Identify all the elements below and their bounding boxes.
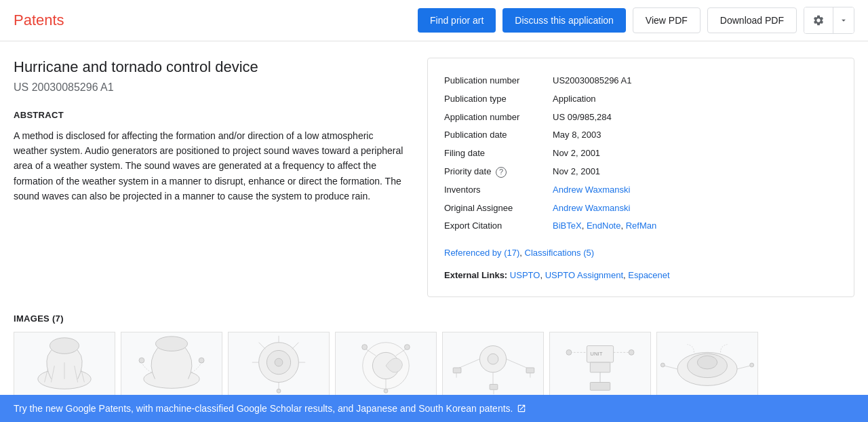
inventor-link[interactable]: Andrew Waxmanski bbox=[553, 185, 630, 195]
publication-number-label: Publication number bbox=[444, 72, 553, 90]
svg-rect-34 bbox=[490, 384, 498, 389]
view-pdf-button[interactable]: View PDF bbox=[633, 7, 701, 33]
bibtex-link[interactable]: BiBTeX bbox=[553, 220, 582, 231]
svg-point-18 bbox=[277, 389, 281, 393]
inventors-value: Andrew Waxmanski bbox=[553, 181, 837, 199]
patent-number: US 20030085296 A1 bbox=[14, 81, 407, 94]
priority-date-row: Priority date ? Nov 2, 2001 bbox=[444, 163, 837, 181]
svg-rect-40 bbox=[590, 382, 610, 390]
publication-number-value: US20030085296 A1 bbox=[553, 72, 837, 90]
chevron-down-icon bbox=[839, 16, 848, 25]
svg-point-23 bbox=[362, 344, 368, 349]
export-citation-value: BiBTeX, EndNote, RefMan bbox=[553, 217, 837, 235]
svg-rect-33 bbox=[526, 368, 534, 373]
publication-type-label: Publication type bbox=[444, 90, 553, 109]
application-number-label: Application number bbox=[444, 109, 553, 127]
uspto-link[interactable]: USPTO bbox=[510, 270, 540, 280]
svg-point-8 bbox=[155, 337, 187, 351]
publication-type-row: Publication type Application bbox=[444, 90, 837, 109]
gear-icon bbox=[812, 14, 825, 26]
inventors-row: Inventors Andrew Waxmanski bbox=[444, 181, 837, 199]
refs-row: Referenced by (17), Classifications (5) bbox=[444, 244, 837, 266]
svg-point-13 bbox=[275, 358, 283, 366]
abstract-text: A method is disclosed for affecting the … bbox=[14, 128, 407, 204]
banner-text: Try the new Google Patents, with machine… bbox=[14, 403, 513, 408]
info-table: Publication number US20030085296 A1 Publ… bbox=[444, 72, 837, 235]
header: Patents Find prior art Discuss this appl… bbox=[0, 0, 868, 41]
patent-title: Hurricane and tornado control device bbox=[14, 58, 407, 77]
image-thumb-6[interactable]: UNIT bbox=[549, 332, 651, 400]
discuss-application-button[interactable]: Discuss this application bbox=[502, 8, 626, 33]
patent-sketch-6: UNIT bbox=[550, 332, 650, 399]
image-thumb-4[interactable] bbox=[335, 332, 437, 400]
publication-date-value: May 8, 2003 bbox=[553, 126, 837, 145]
svg-rect-39 bbox=[590, 362, 610, 372]
patents-logo[interactable]: Patents bbox=[14, 12, 64, 29]
refman-link[interactable]: RefMan bbox=[626, 220, 657, 231]
settings-button[interactable] bbox=[804, 7, 833, 33]
application-number-value: US 09/985,284 bbox=[553, 109, 837, 127]
external-links-row: External Links: USPTO, USPTO Assignment,… bbox=[444, 266, 837, 283]
original-assignee-row: Original Assignee Andrew Waxmanski bbox=[444, 199, 837, 218]
svg-point-43 bbox=[566, 349, 572, 355]
svg-point-25 bbox=[384, 389, 388, 393]
images-section: IMAGES (7) bbox=[0, 297, 868, 400]
patent-sketch-7 bbox=[657, 332, 757, 399]
original-assignee-label: Original Assignee bbox=[444, 199, 553, 218]
assignee-link[interactable]: Andrew Waxmanski bbox=[553, 203, 630, 213]
publication-number-row: Publication number US20030085296 A1 bbox=[444, 72, 837, 90]
svg-text:UNIT: UNIT bbox=[590, 351, 602, 357]
svg-point-44 bbox=[629, 349, 634, 355]
endnote-link[interactable]: EndNote bbox=[587, 220, 621, 231]
external-link-icon bbox=[517, 404, 526, 408]
export-citation-row: Export Citation BiBTeX, EndNote, RefMan bbox=[444, 217, 837, 235]
settings-group bbox=[804, 7, 854, 34]
image-thumb-3[interactable] bbox=[228, 332, 330, 400]
filing-date-value: Nov 2, 2001 bbox=[553, 145, 837, 163]
image-thumb-2[interactable] bbox=[121, 332, 222, 400]
svg-line-49 bbox=[664, 366, 677, 369]
svg-point-1 bbox=[50, 338, 79, 354]
svg-point-10 bbox=[199, 358, 204, 363]
svg-point-48 bbox=[697, 356, 717, 369]
images-strip: UNIT bbox=[14, 332, 854, 400]
publication-type-value: Application bbox=[553, 90, 837, 109]
svg-point-9 bbox=[139, 358, 144, 363]
priority-date-value: Nov 2, 2001 bbox=[553, 163, 837, 181]
svg-point-52 bbox=[750, 363, 754, 367]
abstract-heading: ABSTRACT bbox=[14, 110, 407, 120]
svg-line-30 bbox=[507, 359, 530, 369]
patent-sketch-1 bbox=[14, 332, 115, 399]
settings-dropdown-button[interactable] bbox=[833, 7, 854, 33]
export-citation-label: Export Citation bbox=[444, 217, 553, 235]
inventors-label: Inventors bbox=[444, 181, 553, 199]
patent-sketch-2 bbox=[121, 332, 222, 399]
filing-date-row: Filing date Nov 2, 2001 bbox=[444, 145, 837, 163]
publication-date-row: Publication date May 8, 2003 bbox=[444, 126, 837, 145]
classifications-link[interactable]: Classifications (5) bbox=[525, 248, 595, 258]
image-thumb-1[interactable] bbox=[14, 332, 115, 400]
external-links-label: External Links: bbox=[444, 270, 507, 280]
images-heading: IMAGES (7) bbox=[14, 313, 854, 324]
referenced-by-link[interactable]: Referenced by (17) bbox=[444, 248, 519, 258]
svg-point-51 bbox=[660, 363, 665, 367]
image-thumb-5[interactable] bbox=[442, 332, 544, 400]
publication-date-label: Publication date bbox=[444, 126, 553, 145]
priority-date-label: Priority date ? bbox=[444, 163, 553, 181]
patent-sketch-3 bbox=[229, 332, 329, 399]
bottom-banner: Try the new Google Patents, with machine… bbox=[0, 395, 868, 408]
find-prior-art-button[interactable]: Find prior art bbox=[418, 8, 496, 33]
download-pdf-button[interactable]: Download PDF bbox=[707, 7, 797, 33]
priority-date-help-icon[interactable]: ? bbox=[496, 167, 507, 178]
info-card: Publication number US20030085296 A1 Publ… bbox=[427, 58, 854, 297]
espacenet-link[interactable]: Espacenet bbox=[628, 270, 669, 280]
patent-sketch-5 bbox=[443, 332, 543, 399]
image-thumb-7[interactable] bbox=[656, 332, 758, 400]
svg-line-50 bbox=[737, 366, 751, 369]
svg-point-28 bbox=[488, 353, 498, 364]
uspto-assignment-link[interactable]: USPTO Assignment bbox=[545, 270, 623, 280]
filing-date-label: Filing date bbox=[444, 145, 553, 163]
svg-point-24 bbox=[404, 344, 410, 349]
application-number-row: Application number US 09/985,284 bbox=[444, 109, 837, 127]
original-assignee-value: Andrew Waxmanski bbox=[553, 199, 837, 218]
